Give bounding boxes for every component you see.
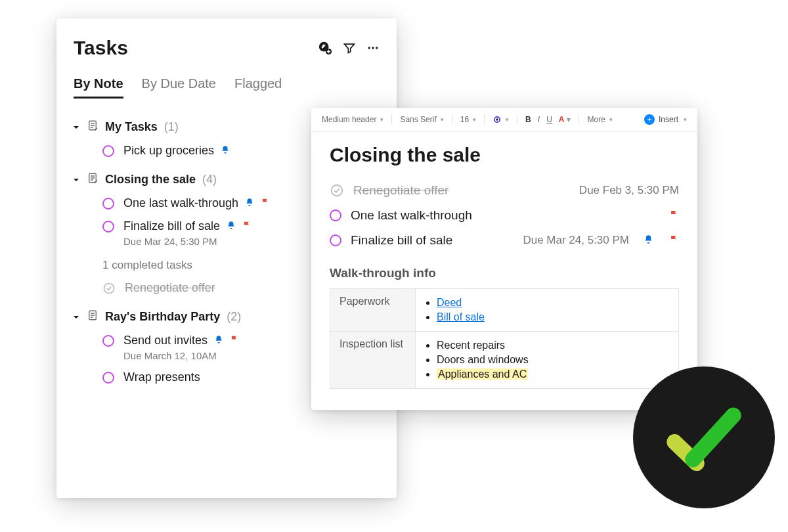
info-table: Paperwork Deed Bill of sale Inspection l… <box>330 288 679 389</box>
tab-by-note[interactable]: By Note <box>74 76 123 99</box>
group-name: Closing the sale <box>105 173 196 187</box>
svg-point-4 <box>376 47 378 49</box>
add-task-icon[interactable] <box>318 41 332 55</box>
group-count: (2) <box>227 310 241 324</box>
flag-icon <box>669 208 679 223</box>
tasks-header: Tasks <box>72 37 381 67</box>
toolbar-underline-icon[interactable]: U <box>545 114 554 125</box>
group-name: My Tasks <box>105 120 158 134</box>
task-body: Finalize bill of sale Due Mar 24, 5:30 P… <box>123 219 252 247</box>
reminder-icon <box>214 334 223 347</box>
check-badge <box>633 366 775 508</box>
task-checkbox[interactable] <box>102 198 114 210</box>
toolbar-font-select[interactable]: Sans Serif▾ <box>399 114 445 125</box>
filter-icon[interactable] <box>343 41 356 55</box>
table-cell[interactable]: Recent repairs Doors and windows Applian… <box>416 332 679 389</box>
task-checkbox[interactable] <box>330 210 341 221</box>
note-task-due: Due Mar 24, 5:30 PM <box>523 234 629 247</box>
note-task-item[interactable]: Renegotiate offer Due Feb 3, 5:30 PM <box>330 178 679 203</box>
toolbar-separator <box>391 114 392 125</box>
note-icon <box>87 172 98 187</box>
toolbar-more[interactable]: More▾ <box>586 114 613 125</box>
group-count: (4) <box>202 173 217 187</box>
table-cell[interactable]: Deed Bill of sale <box>416 289 679 332</box>
task-checkbox[interactable] <box>102 221 114 233</box>
completed-task-title: Renegotiate offer <box>125 281 215 295</box>
note-task-title: One last walk-through <box>351 208 472 223</box>
flag-icon <box>230 334 239 347</box>
note-task-due: Due Feb 3, 5:30 PM <box>579 184 679 197</box>
note-task-title: Renegotiate offer <box>353 183 449 198</box>
svg-point-10 <box>496 118 498 121</box>
group-name: Ray's Birthday Party <box>105 310 220 324</box>
note-icon <box>87 120 98 135</box>
reminder-icon <box>245 196 254 210</box>
svg-point-3 <box>372 47 374 49</box>
flag-icon <box>242 219 252 233</box>
toolbar-separator <box>452 114 452 125</box>
toolbar-color-icon[interactable]: ▾ <box>491 114 510 125</box>
toolbar-italic-icon[interactable]: I <box>536 114 541 125</box>
tab-by-due-date[interactable]: By Due Date <box>142 76 216 99</box>
group-count: (1) <box>164 120 179 134</box>
task-checkbox[interactable] <box>102 335 114 347</box>
checkmark-icon <box>658 391 750 483</box>
note-task-title: Finalize bill of sale <box>351 233 452 248</box>
task-title: Wrap presents <box>123 370 200 384</box>
toolbar-separator <box>579 114 579 125</box>
task-checkbox[interactable] <box>102 145 114 157</box>
tasks-tabs: By Note By Due Date Flagged <box>72 67 381 105</box>
table-row: Paperwork Deed Bill of sale <box>330 289 679 332</box>
reminder-icon <box>644 233 653 248</box>
toolbar-insert-button[interactable]: + Insert▾ <box>643 113 688 126</box>
table-label: Inspection list <box>330 332 416 389</box>
flag-icon <box>261 196 270 210</box>
toolbar-style-select[interactable]: Medium header▾ <box>320 114 385 125</box>
note-icon <box>87 309 98 324</box>
task-title: One last walk-through <box>123 196 238 210</box>
link-deed[interactable]: Deed <box>437 297 462 308</box>
list-item: Doors and windows <box>437 354 529 365</box>
svg-point-2 <box>368 47 370 49</box>
chevron-down-icon <box>72 176 80 184</box>
task-body: One last walk-through <box>123 196 270 210</box>
toolbar-separator <box>484 114 485 125</box>
note-panel: Medium header▾ Sans Serif▾ 16▾ ▾ B I U A… <box>311 108 697 410</box>
reminder-icon <box>227 219 236 233</box>
chevron-down-icon <box>72 123 80 131</box>
list-item-highlight: Appliances and AC <box>437 368 528 380</box>
toolbar-bold-icon[interactable]: B <box>524 114 533 125</box>
completed-check-icon <box>102 282 116 295</box>
tab-flagged[interactable]: Flagged <box>234 76 282 99</box>
note-task-item[interactable]: One last walk-through <box>330 203 679 228</box>
plus-icon: + <box>644 114 655 125</box>
table-row: Inspection list Recent repairs Doors and… <box>330 332 679 389</box>
reminder-icon <box>221 144 230 158</box>
task-title: Finalize bill of sale <box>123 219 220 233</box>
table-label: Paperwork <box>330 289 416 332</box>
svg-point-11 <box>332 185 343 196</box>
task-checkbox[interactable] <box>102 372 114 384</box>
completed-check-icon <box>330 183 344 198</box>
tasks-title: Tasks <box>74 37 128 59</box>
task-body: Pick up groceries <box>123 144 230 158</box>
task-body: Wrap presents <box>123 370 200 384</box>
toolbar-text-color-icon[interactable]: A▾ <box>558 114 573 125</box>
task-title: Pick up groceries <box>123 144 214 158</box>
list-item: Recent repairs <box>437 340 505 351</box>
toolbar-separator <box>517 114 517 125</box>
task-checkbox[interactable] <box>330 234 341 246</box>
note-body: Closing the sale Renegotiate offer Due F… <box>311 132 697 402</box>
note-task-item[interactable]: Finalize bill of sale Due Mar 24, 5:30 P… <box>330 228 679 253</box>
note-title[interactable]: Closing the sale <box>330 144 679 166</box>
flag-icon <box>669 233 679 248</box>
link-bill-of-sale[interactable]: Bill of sale <box>437 311 485 322</box>
note-section-title[interactable]: Walk-through info <box>330 266 679 280</box>
chevron-down-icon <box>72 313 80 321</box>
task-due: Due Mar 24, 5:30 PM <box>123 236 252 247</box>
task-title: Send out invites <box>123 334 208 347</box>
more-icon[interactable] <box>366 41 380 55</box>
note-toolbar: Medium header▾ Sans Serif▾ 16▾ ▾ B I U A… <box>311 108 697 132</box>
toolbar-size-select[interactable]: 16▾ <box>459 114 477 125</box>
task-body: Send out invites Due March 12, 10AM <box>123 334 239 361</box>
